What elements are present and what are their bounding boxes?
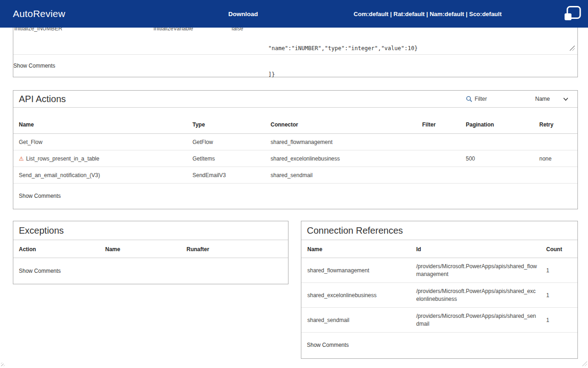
table-row: Get_Flow GetFlow shared_flowmanagement xyxy=(13,134,577,150)
download-button[interactable]: Download xyxy=(228,11,258,17)
count-cell: 1 xyxy=(546,292,577,299)
exceptions-card: Exceptions Action Name Runafter Show Com… xyxy=(13,221,288,284)
chevron-down-icon xyxy=(563,98,568,101)
column-header: Action xyxy=(19,246,105,253)
connection-references-titlebar: Connection References xyxy=(301,221,577,240)
page-corner-grip-right xyxy=(582,361,587,366)
connector-cell: shared_sendmail xyxy=(271,172,422,178)
show-comments-link[interactable]: Show Comments xyxy=(13,258,288,274)
sort-by-value: Name xyxy=(535,96,550,102)
column-header: Count xyxy=(546,246,577,253)
connection-references-table-header: Name Id Count xyxy=(301,240,577,258)
connector-cell: shared_flowmanagement xyxy=(271,139,422,145)
code-line: "name":"iNUMBER","type":"integer","value… xyxy=(268,44,577,53)
api-actions-card: API Actions Filter Name Name Type Connec… xyxy=(13,90,578,209)
column-header: Id xyxy=(416,246,546,253)
connector-id-cell: /providers/Microsoft.PowerApps/apis/shar… xyxy=(416,263,546,278)
column-header: Retry xyxy=(539,121,577,128)
show-comments-link[interactable]: Show Comments xyxy=(301,333,577,348)
count-cell: 1 xyxy=(546,267,577,274)
table-row: Send_an_email_notification_(V3) SendEmai… xyxy=(13,167,577,184)
column-header: Filter xyxy=(422,121,466,128)
column-header: Runafter xyxy=(187,246,288,253)
table-row: shared_sendmail /providers/Microsoft.Pow… xyxy=(301,308,577,333)
exceptions-titlebar: Exceptions xyxy=(13,221,288,240)
count-cell: 1 xyxy=(546,317,577,323)
connector-name-cell: shared_sendmail xyxy=(307,317,416,323)
column-header: Pagination xyxy=(466,121,539,128)
connector-id-cell: /providers/Microsoft.PowerApps/apis/shar… xyxy=(416,288,546,303)
brand-title[interactable]: AutoReview xyxy=(13,8,65,19)
defaults-links[interactable]: Com:default | Rat:default | Nam:default … xyxy=(354,11,502,17)
connector-name-cell: shared_flowmanagement xyxy=(307,267,416,274)
filter-label: Filter xyxy=(475,96,487,102)
table-row: shared_excelonlinebusiness /providers/Mi… xyxy=(301,283,577,308)
sort-by-select[interactable]: Name xyxy=(535,96,568,102)
connector-id-cell: /providers/Microsoft.PowerApps/apis/shar… xyxy=(416,312,546,328)
column-header: Name xyxy=(307,246,416,253)
show-comments-link[interactable]: Show Comments xyxy=(13,184,577,199)
api-table-header: Name Type Connector Filter Pagination Re… xyxy=(13,108,577,134)
action-name-cell: Send_an_email_notification_(V3) xyxy=(19,172,192,178)
action-type-cell: GetItems xyxy=(192,155,271,162)
filter-control[interactable]: Filter xyxy=(466,96,487,102)
section-title: Exceptions xyxy=(19,225,64,236)
connector-cell: shared_excelonlinebusiness xyxy=(271,155,422,162)
action-type-cell: GetFlow xyxy=(192,139,271,145)
connection-references-card: Connection References Name Id Count shar… xyxy=(301,221,578,359)
table-row: shared_flowmanagement /providers/Microso… xyxy=(301,258,577,283)
action-name-cell: Get_Flow xyxy=(19,139,192,145)
code-line: ]} xyxy=(268,70,577,79)
connector-name-cell: shared_excelonlinebusiness xyxy=(307,292,416,299)
retry-cell: none xyxy=(539,155,577,162)
section-title: Connection References xyxy=(307,225,403,236)
page-corner-grip-left xyxy=(1,361,6,366)
action-name: Send_an_email_notification_(V3) xyxy=(19,172,100,178)
action-name-cell: ⚠ List_rows_present_in_a_table xyxy=(19,155,192,162)
warning-icon: ⚠ xyxy=(19,156,24,161)
flow-app-logo-icon[interactable] xyxy=(563,6,582,22)
column-header: Name xyxy=(19,121,192,128)
action-type-cell: SendEmailV3 xyxy=(192,172,271,178)
pagination-cell: 500 xyxy=(466,155,539,162)
action-name: List_rows_present_in_a_table xyxy=(26,155,99,162)
exceptions-table-header: Action Name Runafter xyxy=(13,240,288,258)
table-row: ⚠ List_rows_present_in_a_table GetItems … xyxy=(13,150,577,167)
column-header: Type xyxy=(192,121,271,128)
action-name: Get_Flow xyxy=(19,139,42,145)
app-header: AutoReview Download Com:default | Rat:de… xyxy=(0,0,588,28)
column-header: Name xyxy=(105,246,187,253)
magnifier-icon xyxy=(466,96,472,102)
column-header: Connector xyxy=(271,121,422,128)
